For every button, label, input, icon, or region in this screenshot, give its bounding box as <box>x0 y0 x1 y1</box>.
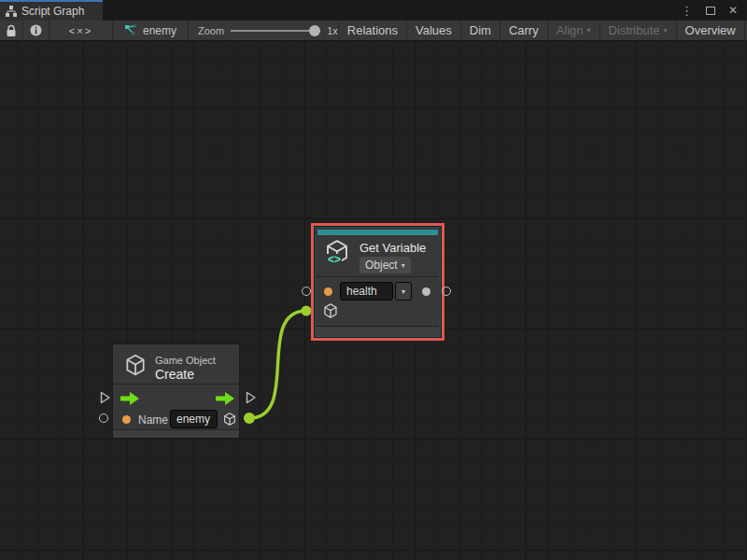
variable-name-input-port[interactable] <box>302 287 311 296</box>
variable-name-port-dot[interactable] <box>324 287 332 296</box>
variable-name-input[interactable]: health <box>340 282 393 301</box>
zoom-value: 1x <box>327 25 338 36</box>
flow-out-arrow-icon <box>216 392 234 405</box>
node-footer <box>316 326 440 336</box>
node-category-label: Game Object <box>155 355 216 366</box>
flow-in-arrow-icon <box>120 392 139 405</box>
distribute-button[interactable]: Distribute▾ <box>599 21 676 41</box>
values-button[interactable]: Values <box>406 21 460 41</box>
breadcrumb-label: enemy <box>143 24 176 37</box>
script-graph-asset-icon <box>124 24 137 37</box>
toolbar-divider <box>188 21 189 41</box>
tab-script-graph[interactable]: Script Graph <box>0 0 103 21</box>
variable-code-badge-icon: <> <box>327 254 342 265</box>
dim-button[interactable]: Dim <box>460 21 500 41</box>
graph-canvas[interactable]: Game Object Create Name enemy <box>0 41 747 560</box>
game-object-cube-icon <box>123 353 148 377</box>
code-view-button[interactable]: <×> <box>49 21 112 41</box>
maximize-icon[interactable] <box>706 2 715 19</box>
flow-output-port[interactable] <box>244 391 257 404</box>
toolbar-button-group: Relations Values Dim Carry Align▾ Distri… <box>338 21 747 41</box>
value-input-port[interactable] <box>99 413 108 423</box>
window-menu-icon[interactable]: ⋮ <box>681 5 693 17</box>
zoom-slider[interactable] <box>231 24 320 37</box>
script-graph-window: Script Graph ⋮ ✕ <×> <box>0 0 747 560</box>
game-object-output-cube-icon <box>222 412 237 427</box>
info-icon <box>30 24 42 36</box>
node-title: Get Variable <box>359 241 426 255</box>
name-input[interactable]: enemy <box>170 410 218 428</box>
zoom-slider-handle[interactable] <box>309 25 320 36</box>
zoom-label: Zoom <box>198 25 224 36</box>
chevron-down-icon: ▾ <box>664 26 668 35</box>
graph-hierarchy-icon <box>6 6 17 17</box>
chevron-down-icon: ▾ <box>402 261 405 270</box>
relations-button[interactable]: Relations <box>338 21 406 41</box>
overview-button[interactable]: Overview <box>676 21 744 41</box>
variable-scope-dropdown[interactable]: Object ▾ <box>359 257 411 273</box>
node-title: Create <box>155 367 194 382</box>
info-button[interactable] <box>23 21 49 41</box>
breadcrumb[interactable]: enemy <box>113 21 188 41</box>
flow-input-port[interactable] <box>98 391 111 404</box>
variable-name-dropdown[interactable]: ▾ <box>395 282 412 301</box>
lock-button[interactable] <box>0 21 22 41</box>
param-label: Name <box>138 413 168 427</box>
chevron-down-icon: ▾ <box>587 26 591 35</box>
edge-target-dot <box>302 306 312 316</box>
get-variable-node[interactable]: <> Get Variable Object ▾ health ▾ <box>315 227 441 337</box>
node-separator <box>113 384 239 385</box>
node-separator <box>316 276 440 277</box>
code-icon: <×> <box>69 25 92 36</box>
lock-icon <box>6 24 17 37</box>
value-output-port-dot[interactable] <box>422 287 430 296</box>
graph-toolbar: <×> enemy Zoom 1x Relations Values Dim <box>0 21 747 41</box>
zoom-slider-track <box>231 30 320 32</box>
window-controls: ⋮ ✕ <box>681 0 747 21</box>
close-icon[interactable]: ✕ <box>728 5 738 16</box>
align-button[interactable]: Align▾ <box>547 21 599 41</box>
tab-title: Script Graph <box>21 5 84 18</box>
carry-button[interactable]: Carry <box>500 21 547 41</box>
create-game-object-node[interactable]: Game Object Create Name enemy <box>112 343 240 439</box>
node-footer <box>113 429 239 438</box>
object-input-cube-icon <box>322 302 339 319</box>
chevron-down-icon: ▾ <box>402 287 405 296</box>
variable-value-output-port[interactable] <box>442 287 451 296</box>
name-input-port-dot[interactable] <box>122 415 131 424</box>
tab-bar: Script Graph ⋮ ✕ <box>0 0 747 21</box>
edge-source-dot <box>244 413 255 424</box>
variable-accent-bar <box>317 230 438 235</box>
